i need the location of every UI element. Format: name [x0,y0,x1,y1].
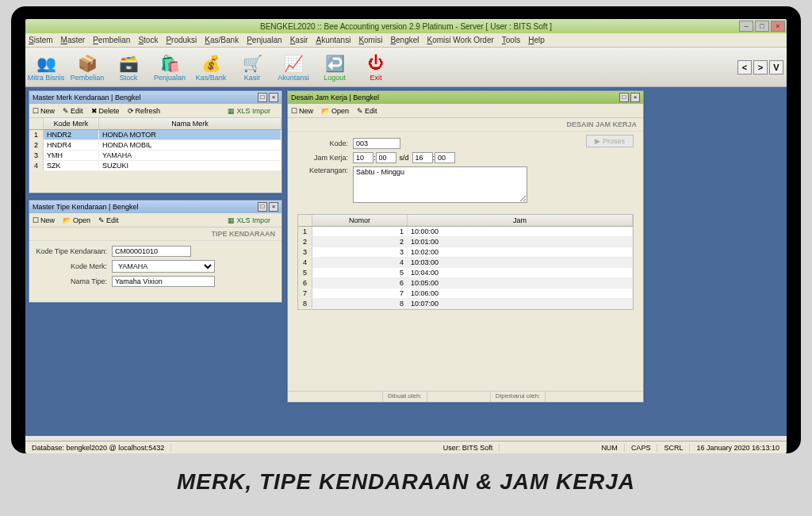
status-num: NUM [595,444,625,452]
toolbar-exit[interactable]: ⏻Exit [355,49,396,86]
open-button[interactable]: 📂 Open [321,107,349,115]
nav-next-button[interactable]: > [753,60,768,75]
status-scrl: SCRL [657,444,690,452]
toolbar-logout[interactable]: ↩️Logout [314,49,355,86]
toolbar-stock[interactable]: 🗃️Stock [108,49,149,86]
kode-tipe-input[interactable] [112,246,191,257]
status-db: Database: bengkel2020 @ localhost:5432 [25,444,171,452]
toolbar-pembelian[interactable]: 📦Pembelian [67,49,108,86]
nama-tipe-input[interactable] [112,276,215,287]
xls-import-button[interactable]: ▦ XLS Impor [228,216,270,224]
table-row[interactable]: 2HNDR4HONDA MOBIL [29,140,282,151]
xls-import-button[interactable]: ▦ XLS Impor [228,107,270,115]
toolbar-akuntansi[interactable]: 📈Akuntansi [273,49,314,86]
min-end-input[interactable] [435,152,455,163]
table-row[interactable]: 66 10:05:00 [298,278,633,289]
window-titlebar: BENGKEL2020 :: Bee Accounting version 2.… [25,19,787,33]
col-nomor[interactable]: Nomor [312,215,408,226]
menu-stock[interactable]: Stock [138,36,158,44]
kode-merk-select[interactable]: YAMAHA [112,260,215,273]
diperbarui-label: Diperbarui oleh: [491,392,546,402]
table-row[interactable]: 77 10:06:00 [298,289,633,299]
table-row[interactable]: 3YMHYAMAHA [29,151,282,161]
menu-akuntansi[interactable]: Akuntansi [316,36,350,44]
toolbar-penjualan[interactable]: 🛍️Penjualan [149,49,190,86]
close-icon[interactable]: × [269,202,278,212]
tipe-toolbar: ☐ New 📂 Open ✎ Edit ▦ XLS Impor [29,213,282,227]
tipe-window-titlebar[interactable]: Master Tipe Kendaraan | Bengkel □ × [29,201,282,213]
merk-window: Master Merk Kendaraan | Bengkel □ × ☐ Ne… [29,90,282,193]
keterangan-input[interactable]: Sabtu - Minggu [353,166,527,203]
col-jam[interactable]: Jam [408,215,633,226]
toolbar-kasbank[interactable]: 💰Kas/Bank [190,49,232,86]
table-row[interactable]: 1HNDR2HONDA MOTOR [29,130,282,140]
merk-window-title: Master Merk Kendaraan | Bengkel [33,94,256,101]
menu-pembelian[interactable]: Pembelian [93,36,130,44]
table-row[interactable]: 11 10:00:00 [298,227,633,237]
merk-grid[interactable]: Kode Merk Nama Merk 1HNDR2HONDA MOTOR2HN… [29,118,282,171]
tipe-window: Master Tipe Kendaraan | Bengkel □ × ☐ Ne… [29,200,282,303]
menu-kasbank[interactable]: Kas/Bank [205,36,239,44]
kode-input[interactable] [353,138,400,149]
edit-button[interactable]: ✎ Edit [63,107,83,115]
edit-button[interactable]: ✎ Edit [98,216,119,224]
jamkerja-label: Jam Kerja: [297,154,353,162]
app-screen: BENGKEL2020 :: Bee Accounting version 2.… [25,19,787,453]
nav-v-button[interactable]: V [769,60,783,75]
open-button[interactable]: 📂 Open [63,216,90,224]
edit-button[interactable]: ✎ Edit [357,107,377,115]
menu-komisi[interactable]: Komisi [358,36,382,44]
menu-tools[interactable]: Tools [502,36,520,44]
nama-tipe-label: Nama Tipe: [36,277,112,285]
new-button[interactable]: ☐ New [33,216,55,224]
menu-produksi[interactable]: Produksi [166,36,197,44]
keterangan-label: Keterangan: [297,166,353,174]
table-row[interactable]: 22 10:01:00 [298,237,633,247]
delete-button[interactable]: ✖ Delete [91,107,120,115]
close-icon[interactable]: × [630,93,640,102]
col-nama-merk[interactable]: Nama Merk [99,118,282,129]
maximize-icon[interactable]: □ [258,93,267,102]
close-icon[interactable]: × [269,93,278,102]
menu-bengkel[interactable]: Bengkel [390,36,419,44]
hour-end-input[interactable] [412,152,433,163]
maximize-icon[interactable]: □ [258,202,267,212]
maximize-button[interactable]: □ [755,21,769,32]
maximize-icon[interactable]: □ [619,93,629,102]
mdi-area: Master Merk Kendaraan | Bengkel □ × ☐ Ne… [25,87,787,436]
kode-tipe-label: Kode Tipe Kendaraan: [36,247,112,255]
table-row[interactable]: 55 10:04:00 [298,268,633,278]
menu-penjualan[interactable]: Penjualan [247,36,282,44]
nav-prev-button[interactable]: < [737,60,752,75]
menu-komisiworkorder[interactable]: Komisi Work Order [427,36,494,44]
menu-sistem[interactable]: Sistem [29,36,53,44]
monitor-frame: BENGKEL2020 :: Bee Accounting version 2.… [11,6,801,453]
merk-window-titlebar[interactable]: Master Merk Kendaraan | Bengkel □ × [29,91,282,104]
statusbar: Database: bengkel2020 @ localhost:5432 U… [25,441,787,453]
refresh-button[interactable]: ⟳ Refresh [128,107,161,115]
table-row[interactable]: 4SZKSUZUKI [29,161,282,171]
hour-start-input[interactable] [353,152,373,163]
table-row[interactable]: 33 10:02:00 [298,247,633,258]
menu-help[interactable]: Help [528,36,545,44]
status-caps: CAPS [625,444,658,452]
page-caption: MERK, TIPE KENDARAAN & JAM KERJA [0,453,812,510]
menu-master[interactable]: Master [61,36,86,44]
table-row[interactable]: 44 10:03:00 [298,258,633,268]
jam-window-titlebar[interactable]: Desain Jam Kerja | Bengkel □ × [288,91,643,104]
toolbar-kasir[interactable]: 🛒Kasir [232,49,273,86]
min-start-input[interactable] [376,152,396,163]
proses-button[interactable]: ▶ Proses [586,135,634,147]
menu-kasir[interactable]: Kasir [290,36,308,44]
table-row[interactable]: 88 10:07:00 [298,299,633,309]
new-button[interactable]: ☐ New [291,107,313,115]
dibuat-label: Dibuat oleh: [383,392,427,402]
status-date: 16 January 2020 16:13:10 [690,444,787,452]
toolbar-mitrabisnis[interactable]: 👥Mitra Bisnis [25,49,67,86]
jam-grid[interactable]: Nomor Jam 11 10:00:0022 10:01:0033 10:02… [297,214,634,310]
jam-section-title: DESAIN JAM KERJA [288,118,643,132]
new-button[interactable]: ☐ New [33,107,55,115]
close-button[interactable]: × [771,21,785,32]
minimize-button[interactable]: – [739,21,753,32]
col-kode-merk[interactable]: Kode Merk [44,118,99,129]
